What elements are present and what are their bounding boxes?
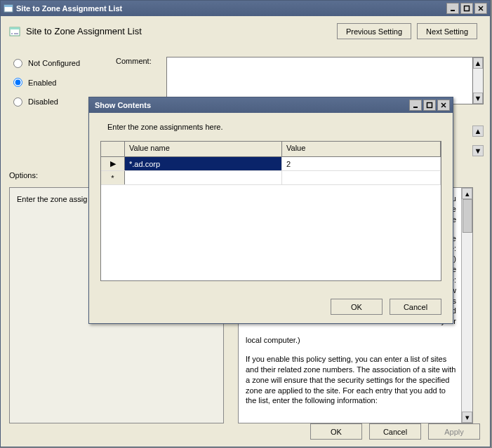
minimize-button[interactable] bbox=[446, 3, 459, 14]
cell-value-empty[interactable] bbox=[282, 171, 441, 184]
cell-value-name[interactable]: *.ad.corp bbox=[125, 157, 282, 170]
new-row-icon: * bbox=[101, 171, 125, 184]
maximize-button[interactable] bbox=[460, 3, 473, 14]
dialog-maximize-button[interactable] bbox=[423, 100, 436, 111]
next-setting-button[interactable]: Next Setting bbox=[417, 23, 477, 39]
dialog-title: Show Contents bbox=[92, 101, 409, 109]
main-title: Site to Zone Assignment List bbox=[16, 4, 446, 13]
dialog-message: Enter the zone assignments here. bbox=[107, 123, 441, 131]
not-configured-radio[interactable] bbox=[13, 59, 22, 68]
dialog-minimize-button[interactable] bbox=[409, 100, 422, 111]
close-button[interactable] bbox=[474, 3, 487, 14]
dialog-ok-button[interactable]: OK bbox=[331, 299, 383, 315]
col-header-value-name[interactable]: Value name bbox=[125, 142, 282, 156]
help-local-line: local computer.) bbox=[246, 335, 456, 346]
disabled-label[interactable]: Disabled bbox=[28, 97, 58, 106]
main-titlebar[interactable]: Site to Zone Assignment List bbox=[1, 1, 490, 16]
enabled-label[interactable]: Enabled bbox=[28, 79, 56, 87]
enabled-radio[interactable] bbox=[13, 78, 22, 87]
row-indicator-icon: ▶ bbox=[101, 157, 125, 170]
dialog-close-button[interactable] bbox=[437, 100, 450, 111]
ok-button[interactable]: OK bbox=[310, 423, 362, 440]
dialog-body: Enter the zone assignments here. Value n… bbox=[89, 113, 453, 323]
cell-value-name-empty[interactable] bbox=[125, 171, 282, 184]
svg-rect-3 bbox=[465, 6, 470, 11]
svg-line-4 bbox=[479, 6, 483, 11]
header-title: Site to Zone Assignment List bbox=[26, 26, 142, 36]
cancel-button[interactable]: Cancel bbox=[369, 423, 421, 440]
grid-corner bbox=[101, 142, 125, 156]
options-inner-text: Enter the zone assig bbox=[17, 195, 87, 203]
scroll-down-icon[interactable]: ▾ bbox=[462, 412, 472, 423]
scroll-up-icon[interactable]: ▴ bbox=[462, 188, 472, 199]
show-contents-dialog: Show Contents Enter the zone assignments… bbox=[88, 97, 453, 324]
scroll-up-icon[interactable]: ▲ bbox=[473, 57, 483, 69]
svg-rect-11 bbox=[427, 103, 432, 108]
table-row-new[interactable]: * bbox=[101, 171, 441, 185]
supported-scroll-down[interactable]: ▼ bbox=[472, 145, 484, 156]
svg-rect-9 bbox=[14, 33, 18, 34]
apply-button[interactable]: Apply bbox=[428, 423, 480, 440]
value-grid[interactable]: Value name Value ▶ *.ad.corp 2 * bbox=[100, 141, 441, 281]
policy-icon bbox=[9, 26, 20, 37]
dialog-cancel-button[interactable]: Cancel bbox=[390, 299, 441, 315]
cell-value[interactable]: 2 bbox=[282, 157, 441, 170]
grid-header: Value name Value bbox=[101, 142, 441, 157]
svg-point-8 bbox=[11, 33, 13, 34]
scroll-down-icon[interactable]: ▼ bbox=[473, 93, 483, 104]
not-configured-label[interactable]: Not Configured bbox=[28, 59, 80, 67]
scroll-thumb[interactable] bbox=[463, 199, 472, 233]
help-scrollbar[interactable]: ▴ ▾ bbox=[461, 188, 472, 423]
options-label: Options: bbox=[9, 171, 38, 179]
comment-label: Comment: bbox=[116, 57, 152, 65]
dialog-titlebar[interactable]: Show Contents bbox=[89, 97, 453, 113]
comment-scrollbar[interactable]: ▲ ▼ bbox=[472, 57, 484, 104]
help-enable-paragraph: If you enable this policy setting, you c… bbox=[246, 354, 456, 406]
svg-rect-1 bbox=[4, 5, 13, 7]
col-header-value[interactable]: Value bbox=[282, 142, 441, 156]
svg-line-12 bbox=[441, 103, 446, 107]
svg-line-5 bbox=[479, 6, 483, 11]
properties-icon bbox=[4, 4, 13, 13]
previous-setting-button[interactable]: Previous Setting bbox=[337, 23, 411, 39]
table-row[interactable]: ▶ *.ad.corp 2 bbox=[101, 157, 441, 171]
svg-rect-7 bbox=[10, 27, 20, 29]
supported-scroll-up[interactable]: ▲ bbox=[472, 125, 484, 137]
svg-line-13 bbox=[441, 103, 446, 107]
disabled-radio[interactable] bbox=[13, 97, 22, 107]
